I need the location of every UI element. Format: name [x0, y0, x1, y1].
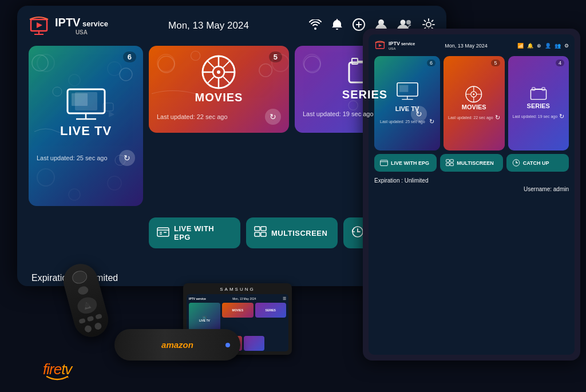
tablet-series-updated: Last updated: 19 sec ago [513, 114, 558, 118]
catchup-icon [351, 226, 364, 240]
tablet-film-icon [465, 85, 483, 104]
tv-icon [65, 86, 108, 124]
remote-mic-button[interactable] [77, 285, 89, 296]
live-epg-label: LIVE WITH EPG [174, 224, 232, 241]
svg-rect-76 [446, 163, 450, 165]
tablet-live-epg-label: LIVE WITH EPG [391, 160, 429, 166]
svg-rect-58 [399, 85, 408, 92]
tablet-live-tv-card[interactable]: 6 LIVE TV Last updated: 25 sec ago ↻ [374, 56, 440, 151]
live-tv-card[interactable]: 6 LIVE TV Last updated: 25 sec ago ↻ [29, 46, 143, 206]
multiscreen-label: MULTISCREEN [271, 229, 327, 237]
svg-marker-56 [379, 44, 382, 47]
wifi-icon[interactable] [309, 19, 322, 33]
tablet-group-icon[interactable]: 👥 [555, 43, 561, 49]
svg-point-10 [426, 22, 431, 27]
tablet-icons: 📶 🔔 ⊕ 👤 👥 ⚙ [517, 43, 569, 49]
logo-area: IPTV service USA [29, 15, 108, 37]
tablet-user-icon[interactable]: 👤 [545, 43, 551, 49]
svg-point-22 [191, 51, 200, 60]
svg-point-8 [400, 19, 405, 25]
add-circle-icon[interactable] [353, 18, 365, 34]
tablet-bell-icon[interactable]: 🔔 [527, 43, 533, 49]
tablet-live-badge: 6 [427, 60, 435, 66]
svg-point-13 [120, 68, 132, 81]
movies-refresh-button[interactable]: ↻ [265, 109, 281, 125]
remote-vol-up[interactable] [84, 324, 93, 333]
movies-card[interactable]: 5 MOVIES Last updated: 22 sec ago [149, 46, 289, 133]
movies-badge: 5 [269, 52, 282, 62]
svg-rect-69 [532, 88, 535, 90]
tablet-logo: IPTV service USA [374, 40, 415, 52]
svg-line-31 [207, 61, 214, 68]
svg-line-32 [223, 77, 230, 84]
tablet-live-epg-button[interactable]: LIVE WITH EPG [374, 154, 437, 172]
tablet-settings-icon[interactable]: ⚙ [564, 43, 569, 49]
tablet-series-badge: 4 [556, 60, 564, 66]
logo-text: IPTV service USA [55, 16, 108, 35]
remote-home-button[interactable] [71, 269, 89, 285]
tablet-series-card[interactable]: 4 SERIES Last updated: 19 sec ago ↻ [508, 56, 569, 151]
svg-rect-68 [530, 89, 546, 99]
svg-rect-20 [72, 93, 88, 106]
tablet-catchup-label: CATCH UP [523, 160, 549, 166]
tablet-wifi-icon[interactable]: 📶 [517, 43, 524, 49]
live-tv-refresh-button[interactable]: ↻ [119, 150, 135, 166]
tablet-tv-icon [395, 81, 419, 102]
svg-rect-50 [261, 232, 266, 236]
svg-rect-42 [157, 228, 169, 236]
tablet-epg-icon [380, 159, 388, 167]
firetv-brand: firetv [43, 361, 72, 383]
series-last-updated: Last updated: 19 sec ago [303, 110, 374, 117]
live-tv-footer: Last updated: 25 sec ago ↻ [37, 150, 135, 166]
svg-rect-70 [542, 88, 545, 90]
tablet-movies-refresh[interactable]: ↻ [495, 114, 500, 121]
fire-stick: amazon [114, 329, 240, 361]
tablet-live-refresh[interactable]: ↻ [429, 118, 434, 125]
remote-btn-1[interactable] [78, 318, 86, 324]
tablet-multiscreen-label: MULTISCREEN [457, 160, 493, 166]
samsung-label: SAMSUNG [187, 287, 288, 292]
remote-btn-2[interactable] [87, 316, 94, 322]
remote-vol-down[interactable] [94, 322, 102, 331]
iptv-logo-icon [29, 15, 52, 37]
tablet-series-icon [529, 86, 548, 102]
multiscreen-button[interactable]: MULTISCREEN [246, 217, 338, 248]
svg-point-9 [406, 20, 411, 25]
svg-rect-74 [446, 160, 450, 162]
svg-point-63 [473, 93, 475, 95]
svg-point-11 [32, 55, 48, 71]
svg-rect-48 [261, 227, 266, 231]
remote-volume [84, 322, 102, 333]
tablet-multiscreen-button[interactable]: MULTISCREEN [440, 154, 502, 172]
svg-point-12 [53, 87, 62, 96]
bell-icon[interactable] [332, 19, 342, 33]
svg-rect-47 [255, 227, 260, 231]
live-tv-last-updated: Last updated: 25 sec ago [37, 155, 108, 161]
tablet-device: IPTV service USA Mon, 13 May 2024 📶 🔔 ⊕ … [363, 29, 580, 361]
multiscreen-icon [254, 226, 267, 240]
svg-point-21 [158, 56, 175, 73]
svg-marker-3 [37, 22, 42, 28]
tablet-action-buttons: LIVE WITH EPG MULTISCREEN CATCH UP [374, 154, 569, 172]
svg-rect-72 [381, 160, 388, 166]
series-refresh-button[interactable]: ↻ [411, 106, 427, 122]
svg-line-34 [207, 77, 214, 84]
svg-rect-14 [103, 103, 113, 111]
remote-btn-3[interactable] [95, 314, 102, 320]
remote-nav-button[interactable] [76, 295, 98, 316]
tablet-add-icon[interactable]: ⊕ [537, 43, 541, 49]
tablet-expiration: Expiration : Unlimited [374, 177, 569, 184]
amazon-smile-icon [43, 375, 72, 383]
movies-last-updated: Last updated: 22 sec ago [157, 113, 228, 120]
tablet-series-refresh[interactable]: ↻ [559, 113, 564, 120]
tablet-movies-badge: 5 [491, 60, 500, 66]
tablet-inner: IPTV service USA Mon, 13 May 2024 📶 🔔 ⊕ … [369, 34, 575, 355]
svg-point-35 [304, 56, 320, 73]
date-display: Mon, 13 May 2024 [168, 20, 249, 31]
amazon-label: amazon [161, 340, 193, 350]
tablet-catchup-button[interactable]: CATCH UP [506, 154, 569, 172]
svg-point-24 [203, 56, 235, 88]
tablet-movies-card[interactable]: 5 MOVIES Last updated: 22 sec ago ↻ [444, 56, 505, 151]
tablet-movies-title: MOVIES [462, 104, 486, 110]
live-epg-button[interactable]: LIVE WITH EPG [149, 217, 240, 248]
